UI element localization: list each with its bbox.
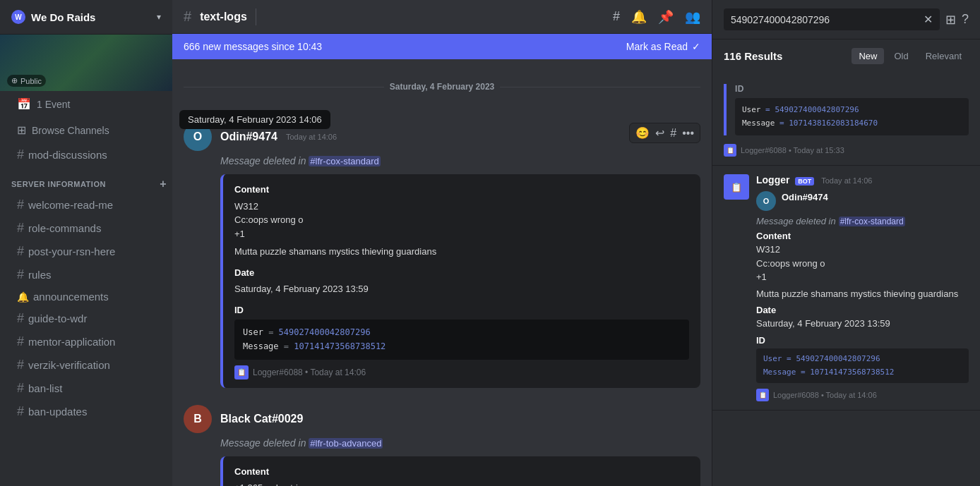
bell-mute-icon[interactable]: 🔔 [631, 9, 647, 25]
message-content-blackcat: Message deleted in #lfr-tob-advanced Con… [220, 436, 700, 486]
search-input[interactable] [731, 14, 919, 25]
tab-new[interactable]: New [851, 48, 884, 64]
msg-key: Message [243, 341, 279, 351]
channel-item-announcements[interactable]: 🔔 announcements [6, 287, 167, 306]
result-content-2: Logger BOT Today at 14:06 O Odin#9474 Me… [756, 174, 969, 401]
tab-old[interactable]: Old [887, 48, 915, 64]
hash-icon: # [17, 198, 24, 212]
channel-item-ban-updates[interactable]: # ban-updates [6, 401, 167, 423]
channel-item-verzik-verification[interactable]: # verzik-verification [6, 354, 167, 376]
result-footer-text-2: Logger#6088 • Today at 14:06 [773, 391, 877, 399]
result-deleted-area: Message deleted in #lfr-cox-standard [756, 215, 969, 226]
channel-name: welcome-read-me [28, 199, 113, 211]
thread-icon[interactable]: # [670, 127, 676, 140]
search-header: ✕ ⊞ ? [712, 0, 980, 40]
hash-icon: # [17, 381, 24, 396]
sidebar-item-mod-discussions[interactable]: # mod-discussions [6, 144, 167, 166]
hash-icon: # [17, 311, 24, 326]
channel-name: mentor-application [28, 336, 115, 348]
channel-name: ban-list [28, 382, 62, 394]
msg-id-r1: 107143816208318467​0 [789, 119, 878, 128]
avatar-blackcat: B [184, 405, 212, 433]
pin-icon[interactable]: 📌 [658, 9, 674, 25]
help-icon[interactable]: ? [962, 12, 969, 28]
channel-name: verzik-verification [28, 359, 110, 371]
username-odin: Odin#9474 [220, 130, 277, 143]
sidebar-item-events[interactable]: 📅 1 Event [6, 92, 167, 116]
header-divider [256, 8, 256, 25]
log-card-blackcat: Content +1 365 mdps trio Date Saturday, … [220, 456, 700, 486]
public-icon: ⊕ [11, 76, 18, 85]
mod-discussions-label: mod-discussions [28, 149, 107, 161]
content-label-2: Content [234, 465, 689, 479]
id-section-label: ID [735, 84, 969, 94]
date-tooltip: Saturday, 4 February 2023 14:06 [179, 110, 330, 129]
msg-id-r2: 107141473568738512 [810, 367, 894, 377]
emoji-react-icon[interactable]: 😊 [635, 126, 650, 140]
server-header[interactable]: W We Do Raids ▾ [0, 0, 172, 35]
content-label: Content [234, 183, 689, 197]
msg-key-r1: Message [742, 119, 775, 128]
add-channel-icon[interactable]: + [160, 178, 167, 190]
deleted-channel-mention-2[interactable]: #lfr-tob-advanced [309, 438, 383, 449]
reply-icon[interactable]: ↩ [655, 126, 664, 140]
result-id-section: ID User = 549027400042807296 Message = 1… [724, 84, 969, 135]
channel-item-mentor-application[interactable]: # mentor-application [6, 331, 167, 353]
message-header-blackcat: B Black Cat#0029 [184, 405, 700, 433]
mark-as-read-button[interactable]: Mark as Read ✓ [626, 41, 700, 52]
section-label: SERVER INFORMATION [11, 180, 106, 188]
channel-header-hash-icon: # [184, 8, 191, 25]
channel-item-post-your-rsn-here[interactable]: # post-your-rsn-here [6, 241, 167, 262]
browse-icon: ⊞ [17, 123, 26, 137]
search-input-wrap: ✕ [724, 8, 940, 30]
logger-footer: 📋 Logger#6088 • Today at 14:06 [234, 365, 689, 379]
sidebar-item-browse-channels[interactable]: ⊞ Browse Channels [6, 118, 167, 142]
section-server-information: SERVER INFORMATION + [0, 166, 172, 193]
server-chevron-icon: ▾ [157, 12, 161, 22]
channel-name: announcements [33, 291, 109, 303]
channel-header: # text-logs # 🔔 📌 👥 [172, 0, 712, 34]
toggle-icon[interactable]: ⊞ [945, 12, 956, 28]
hash-icon: # [17, 267, 24, 282]
eq1: = [268, 327, 273, 337]
channel-name: ban-updates [28, 406, 87, 418]
channel-item-rules[interactable]: # rules [6, 264, 167, 286]
deleted-channel-mention[interactable]: #lfr-cox-standard [309, 156, 381, 166]
public-badge: ⊕ Public [7, 75, 46, 87]
channel-item-guide-to-wdr[interactable]: # guide-to-wdr [6, 308, 167, 329]
result-item-2[interactable]: 📋 Logger BOT Today at 14:06 O Odin#9474 … [712, 166, 980, 411]
result-id-label: ID [756, 335, 969, 346]
result-content-text: W312 Cc:oops wrong o +1 [756, 243, 969, 284]
public-label: Public [20, 77, 42, 85]
id-label: ID [234, 303, 689, 317]
members-icon[interactable]: 👥 [685, 9, 700, 25]
tab-relevant[interactable]: Relevant [919, 48, 969, 64]
channel-item-ban-list[interactable]: # ban-list [6, 377, 167, 399]
result-item-1[interactable]: ID User = 549027400042807296 Message = 1… [712, 75, 980, 166]
inner-msg-content: Odin#9474 [782, 191, 828, 202]
channel-item-role-commands[interactable]: # role-commands [6, 217, 167, 239]
user-id: 549027400042807296 [279, 327, 371, 337]
result-channel-mention[interactable]: #lfr-cox-standard [839, 217, 905, 226]
user-id-r1: 549027400042807296 [775, 105, 859, 114]
logger-text: Logger#6088 • Today at 14:06 [253, 366, 366, 379]
hashtag-icon[interactable]: # [613, 9, 620, 24]
header-icons: # 🔔 📌 👥 [613, 9, 700, 25]
result-footer-2: 📋 Logger#6088 • Today at 14:06 [756, 389, 969, 401]
results-count: 116 Results [724, 50, 782, 62]
channel-item-welcome-read-me[interactable]: # welcome-read-me [6, 194, 167, 216]
inner-username-odin: Odin#9474 [782, 192, 828, 202]
result-footer-1: 📋 Logger#6088 • Today at 15:33 [724, 144, 969, 157]
checkmark-icon: ✓ [692, 41, 700, 52]
date-divider-line-right [500, 87, 700, 87]
user-key-r1: User [742, 105, 761, 114]
result-id-inner: User = 549027400042807296 Message = 1071… [756, 348, 969, 383]
content-text-2: +1 365 mdps trio [234, 481, 689, 486]
more-icon[interactable]: ••• [682, 127, 694, 140]
channel-name: rules [28, 269, 52, 281]
deleted-msg-text: Message deleted in [220, 155, 309, 166]
sidebar: W We Do Raids ▾ ⊕ Public 📅 1 Event ⊞ Bro… [0, 0, 172, 486]
server-name-group: W We Do Raids [11, 10, 95, 24]
search-clear-icon[interactable]: ✕ [924, 13, 933, 26]
new-messages-banner: 666 new messages since 10:43 Mark as Rea… [172, 34, 712, 59]
